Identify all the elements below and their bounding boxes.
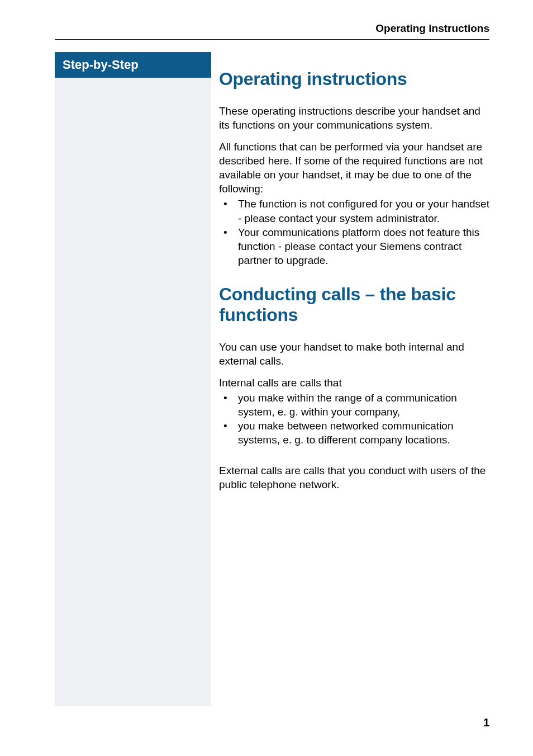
reasons-list: The function is not configured for you o… (219, 197, 489, 267)
heading-operating-instructions: Operating instructions (219, 69, 489, 89)
content-area: Operating instructions These operating i… (211, 52, 489, 706)
paragraph-calls-intro: You can use your handset to make both in… (219, 340, 489, 368)
list-item: you make within the range of a communica… (219, 391, 489, 419)
sidebar: Step-by-Step (55, 52, 211, 706)
main-layout: Step-by-Step Operating instructions Thes… (55, 52, 489, 706)
paragraph-internal-intro: Internal calls are calls that (219, 376, 489, 390)
sidebar-title: Step-by-Step (55, 52, 211, 78)
list-item: The function is not configured for you o… (219, 197, 489, 225)
page: Operating instructions Step-by-Step Oper… (0, 0, 533, 756)
list-item: Your communications platform does not fe… (219, 225, 489, 267)
list-item: you make between networked communication… (219, 419, 489, 447)
internal-calls-list: you make within the range of a communica… (219, 391, 489, 447)
intro-paragraph-2: All functions that can be performed via … (219, 140, 489, 196)
intro-paragraph-1: These operating instructions describe yo… (219, 104, 489, 132)
running-title: Operating instructions (55, 22, 489, 40)
page-number: 1 (483, 716, 489, 729)
heading-conducting-calls: Conducting calls – the basic functions (219, 284, 489, 325)
paragraph-external-calls: External calls are calls that you conduc… (219, 464, 489, 492)
